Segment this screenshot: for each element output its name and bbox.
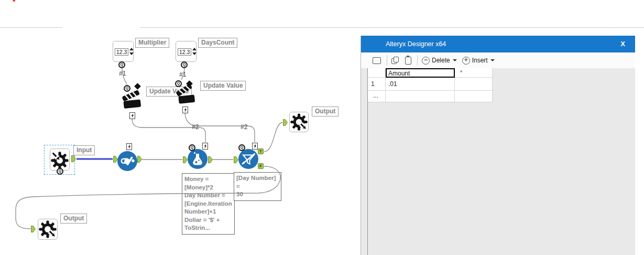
action-anchor[interactable] xyxy=(182,107,188,113)
numeric-updown-multiplier[interactable]: 12.3 xyxy=(113,41,134,62)
macro-output-tool-top[interactable] xyxy=(289,112,309,132)
connection-label: #1 xyxy=(119,70,126,77)
grid-cell-amount[interactable] xyxy=(386,91,455,102)
connection-label: #1 xyxy=(179,71,186,78)
question-anchor[interactable]: Q xyxy=(238,144,245,151)
insert-icon[interactable]: + xyxy=(462,57,470,65)
filter-annotation: [Day Number] = 30 xyxy=(234,172,281,201)
connection-label: #2 xyxy=(241,123,247,131)
grid-corner-cell xyxy=(368,68,386,78)
numeric-updown-dayscount[interactable]: 12.3 xyxy=(176,41,197,62)
input-anchor[interactable] xyxy=(31,226,36,232)
question-anchor[interactable]: Q xyxy=(118,61,125,68)
delete-icon[interactable]: − xyxy=(422,57,430,65)
tool-label: Output xyxy=(312,107,339,116)
output-anchor[interactable] xyxy=(71,155,76,162)
tool-label: Multiplier xyxy=(135,38,169,48)
lightning-icon xyxy=(127,144,132,150)
grid-row-number[interactable]: ... xyxy=(368,91,386,102)
tool-label: Input xyxy=(73,145,95,155)
dots-check-icon xyxy=(117,151,137,171)
grid-cell-new[interactable] xyxy=(455,91,493,102)
connection-label: #2 xyxy=(192,123,199,131)
tool-label: Output xyxy=(60,214,87,224)
tab-strip-divider xyxy=(0,27,62,28)
flask-icon xyxy=(188,149,208,169)
spinner-up-button[interactable] xyxy=(129,48,134,50)
input-anchor[interactable] xyxy=(283,119,288,126)
input-anchor[interactable] xyxy=(113,156,118,163)
copy-button[interactable] xyxy=(391,57,400,65)
lightning-icon xyxy=(130,113,135,119)
numeric-updown-value[interactable]: 12.3 xyxy=(178,48,191,56)
grid-column-header-amount[interactable]: Amount xyxy=(386,68,455,78)
macro-output-gear-icon xyxy=(38,219,57,239)
output-anchor[interactable] xyxy=(208,156,213,163)
action-anchor[interactable] xyxy=(126,143,132,150)
grid-cell-new[interactable] xyxy=(455,78,493,91)
lightning-icon xyxy=(203,143,208,149)
question-anchor[interactable]: Q xyxy=(57,168,63,175)
action-anchor[interactable] xyxy=(129,112,135,119)
action-anchor[interactable] xyxy=(202,143,208,150)
value-editor-dialog: Alteryx Designer x64 X − Delete + Insert… xyxy=(361,36,635,255)
tool-label: DaysCount xyxy=(198,38,237,48)
formula-tool[interactable] xyxy=(188,149,208,169)
delete-dropdown-caret[interactable] xyxy=(453,59,457,61)
grid-column-header-new[interactable]: * xyxy=(455,68,493,78)
macro-output-tool-bottom[interactable] xyxy=(38,219,58,240)
numeric-updown-value[interactable]: 12.3 xyxy=(115,48,128,56)
output-anchor[interactable] xyxy=(137,156,142,163)
dialog-title: Alteryx Designer x64 xyxy=(386,40,446,48)
wire-filter-true-to-output xyxy=(264,122,282,152)
insert-button[interactable]: Insert xyxy=(472,57,488,64)
grid-cell-amount[interactable]: .01 xyxy=(386,78,455,91)
action-anchor[interactable] xyxy=(252,143,258,150)
insert-dropdown-caret[interactable] xyxy=(490,59,495,61)
true-anchor[interactable]: T xyxy=(258,148,264,154)
question-anchor[interactable]: Q xyxy=(181,61,188,68)
grid-row-number[interactable]: 1 xyxy=(368,78,386,91)
spinner-down-button[interactable] xyxy=(192,51,197,55)
question-anchor[interactable]: Q xyxy=(175,80,182,87)
alteryx-canvas-screen: * 12.3 Multiplier Q #1 12.3 DaysCount Q … xyxy=(0,0,644,255)
funnel-icon xyxy=(238,149,258,169)
dialog-toolbar: − Delete + Insert xyxy=(361,52,635,68)
formula-annotation: Money = [Money]*2 Day Number = [Engine.I… xyxy=(182,173,235,235)
macro-input-tool[interactable] xyxy=(50,148,70,171)
spinner-up-button[interactable] xyxy=(192,48,197,50)
input-anchor[interactable] xyxy=(183,156,188,163)
close-button[interactable]: X xyxy=(620,40,625,48)
dialog-titlebar[interactable]: Alteryx Designer x64 xyxy=(361,36,635,52)
lightning-icon xyxy=(183,107,188,113)
lightning-icon xyxy=(253,143,257,149)
value-grid: Amount * 1 .01 ... xyxy=(367,68,492,255)
false-anchor[interactable]: F xyxy=(258,163,264,169)
paste-button[interactable] xyxy=(405,57,411,65)
tab-strip-divider xyxy=(140,27,644,28)
macro-tool[interactable] xyxy=(117,151,137,171)
question-anchor[interactable]: Q xyxy=(189,144,195,151)
delete-button[interactable]: Delete xyxy=(432,57,450,64)
unsaved-indicator: * xyxy=(13,0,15,6)
spinner-down-button[interactable] xyxy=(129,51,134,55)
input-anchor[interactable] xyxy=(234,156,238,163)
macro-output-gear-icon xyxy=(290,112,308,132)
macro-input-gear-icon xyxy=(50,149,69,170)
question-anchor[interactable]: Q xyxy=(124,85,130,92)
tool-label: Update Value xyxy=(200,81,246,91)
new-file-button[interactable] xyxy=(373,57,381,64)
filter-tool[interactable] xyxy=(238,149,258,169)
